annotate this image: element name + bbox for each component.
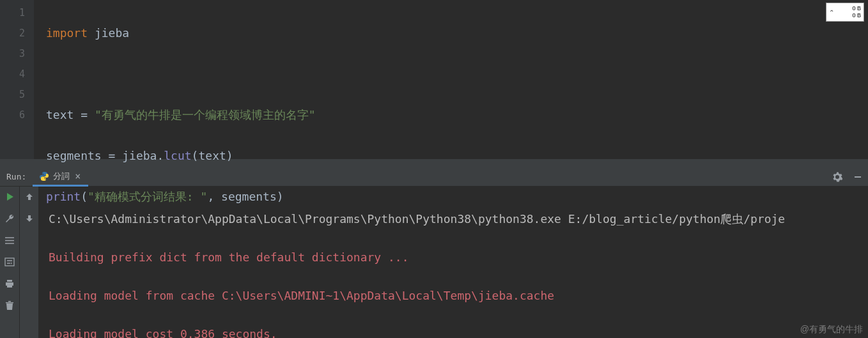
modify-run-config-button[interactable] (3, 212, 16, 225)
scroll-down-button[interactable] (23, 212, 36, 225)
trash-icon (5, 300, 14, 311)
line-number: 5 (0, 84, 25, 105)
code-area[interactable]: import jieba text = "有勇气的牛排是一个编程领域博主的名字"… (35, 0, 868, 159)
line-number: 3 (0, 43, 25, 64)
network-speed-widget: ⌃ 0 B 0 B (826, 3, 864, 22)
wrench-icon (4, 213, 15, 224)
line-number-gutter: 1 2 3 4 5 6 (0, 0, 35, 159)
rerun-button[interactable] (3, 190, 16, 203)
run-label: Run: (0, 167, 33, 186)
play-icon (5, 192, 14, 201)
delete-button[interactable] (3, 299, 16, 312)
line-number: 4 (0, 64, 25, 84)
soft-wrap-button[interactable] (3, 256, 16, 268)
layout-icon (5, 236, 15, 245)
watermark: @有勇气的牛排 (800, 324, 863, 335)
soft-wrap-icon (4, 257, 15, 267)
line-number: 1 (0, 3, 25, 23)
upload-speed: 0 B (837, 5, 861, 12)
run-toolbar-nav (19, 187, 38, 338)
print-icon (4, 279, 15, 289)
console-line: Loading model from cache C:\Users\ADMINI… (49, 286, 868, 305)
line-number: 2 (0, 23, 25, 43)
svg-rect-1 (5, 258, 14, 266)
run-toolbar-left (0, 187, 19, 338)
console-line: Building prefix dict from the default di… (49, 248, 868, 267)
scroll-up-button[interactable] (23, 190, 36, 203)
chevron-up-down-icon: ⌃ (829, 9, 834, 16)
print-button[interactable] (3, 277, 16, 290)
code-line[interactable]: import jieba (46, 23, 868, 43)
code-line[interactable]: segments = jieba.lcut(text) (46, 146, 868, 166)
console-line: Loading model cost 0.386 seconds. (49, 325, 868, 338)
arrow-up-icon (25, 192, 34, 201)
layout-button[interactable] (3, 234, 16, 247)
code-line[interactable] (46, 64, 868, 84)
code-editor[interactable]: 1 2 3 4 5 6 import jieba text = "有勇气的牛排是… (0, 0, 868, 159)
download-speed: 0 B (837, 12, 861, 19)
code-line[interactable]: text = "有勇气的牛排是一个编程领域博主的名字" (46, 105, 868, 125)
code-line[interactable]: print("精确模式分词结果: ", segments) (46, 187, 868, 207)
line-number: 6 (0, 105, 25, 125)
arrow-down-icon (25, 214, 34, 223)
